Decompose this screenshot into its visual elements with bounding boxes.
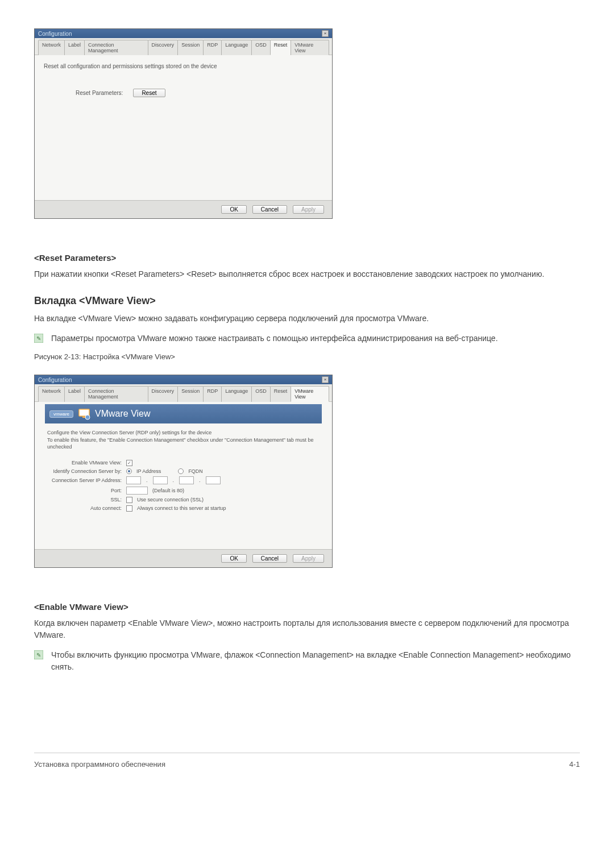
close-icon[interactable]: × <box>322 376 329 383</box>
svg-text:✎: ✎ <box>36 652 41 658</box>
tab-reset[interactable]: Reset <box>270 40 292 55</box>
tab-language[interactable]: Language <box>221 386 252 402</box>
checkbox-auto-connect[interactable] <box>126 505 132 512</box>
tab-session[interactable]: Session <box>177 40 204 55</box>
checkbox-enable-vmware-view[interactable]: ✓ <box>126 460 132 466</box>
tab-connection-management[interactable]: Connection Management <box>84 40 148 55</box>
apply-button[interactable]: Apply <box>293 554 324 563</box>
tab-vmware-view[interactable]: VMware View <box>291 386 329 402</box>
apply-button[interactable]: Apply <box>293 205 324 214</box>
ip-octet-4[interactable] <box>206 476 221 484</box>
window-title: Configuration <box>38 377 72 383</box>
para-reset-parameters: При нажатии кнопки <Reset Parameters> <R… <box>34 268 580 280</box>
auto-connect-text: Always connect to this server at startup <box>137 505 226 511</box>
reset-button[interactable]: Reset <box>133 89 165 97</box>
button-bar: OK Cancel Apply <box>35 200 332 218</box>
label-port: Port: <box>44 488 126 493</box>
label-ssl: SSL: <box>44 497 126 502</box>
config-window-reset: Configuration × Network Label Connection… <box>34 28 333 219</box>
tab-connection-management[interactable]: Connection Management <box>84 386 148 402</box>
ip-octet-1[interactable] <box>126 476 141 484</box>
checkbox-ssl[interactable] <box>126 497 132 503</box>
svg-text:✎: ✎ <box>36 335 41 342</box>
ip-octet-2[interactable] <box>153 476 168 484</box>
note-text-2: Чтобы включить функцию просмотра VMware,… <box>51 649 580 673</box>
label-enable-vmware-view: Enable VMware View: <box>44 460 126 466</box>
vmware-badge: vmware <box>49 410 73 418</box>
ok-button[interactable]: OK <box>221 554 246 563</box>
titlebar: Configuration × <box>35 29 332 38</box>
tab-network[interactable]: Network <box>38 386 65 402</box>
label-auto-connect: Auto connect: <box>44 505 126 511</box>
tab-label[interactable]: Label <box>64 40 85 55</box>
vmware-desc-2: To enable this feature, the "Enable Conn… <box>44 437 323 451</box>
note-block-1: ✎ Параметры просмотра VMware можно также… <box>34 333 580 344</box>
tabs-row: Network Label Connection Management Disc… <box>35 384 332 402</box>
cancel-button[interactable]: Cancel <box>252 205 287 214</box>
monitor-icon <box>78 408 90 420</box>
para-enable-vmware-view: Когда включен параметр <Enable VMware Vi… <box>34 617 580 641</box>
label-identify-server: Identify Connection Server by: <box>44 468 126 474</box>
info-icon: ✎ <box>34 334 43 343</box>
tab-vmware-view[interactable]: VMware View <box>291 40 329 55</box>
footer-right: 4-1 <box>569 760 580 769</box>
radio-fqdn-label: FQDN <box>188 468 203 474</box>
heading-enable-vmware-view: <Enable VMware View> <box>34 602 580 612</box>
tab-discovery[interactable]: Discovery <box>148 386 179 402</box>
button-bar: OK Cancel Apply <box>35 549 332 567</box>
tab-rdp[interactable]: RDP <box>203 40 222 55</box>
para-vmware-intro: На вкладке <VMware View> можно задавать … <box>34 313 580 325</box>
radio-ip-address-label: IP Address <box>136 468 161 474</box>
tabs-row: Network Label Connection Management Disc… <box>35 38 332 55</box>
cancel-button[interactable]: Cancel <box>252 554 287 563</box>
ssl-text: Use secure connection (SSL) <box>137 497 204 502</box>
label-server-ip: Connection Server IP Address: <box>44 477 126 483</box>
svg-point-4 <box>85 415 90 420</box>
tab-discovery[interactable]: Discovery <box>148 40 179 55</box>
footer-left: Установка программного обеспечения <box>34 760 165 769</box>
reset-parameters-label: Reset Parameters: <box>76 90 123 96</box>
heading-reset-parameters: <Reset Parameters> <box>34 253 580 263</box>
tab-rdp[interactable]: RDP <box>203 386 222 402</box>
window-title: Configuration <box>38 31 72 37</box>
vmware-desc-1: Configure the View Connection Server (RD… <box>44 429 323 437</box>
tab-content-reset: Reset all configuration and permissions … <box>35 55 332 200</box>
tab-content-vmware: vmware VMware View Configure the View Co… <box>35 404 332 549</box>
close-icon[interactable]: × <box>322 30 329 37</box>
tab-osd[interactable]: OSD <box>251 386 271 402</box>
radio-ip-address[interactable] <box>126 468 132 474</box>
tab-label[interactable]: Label <box>64 386 85 402</box>
titlebar: Configuration × <box>35 375 332 384</box>
vmware-header-banner: vmware VMware View <box>45 404 322 423</box>
tab-language[interactable]: Language <box>221 40 252 55</box>
reset-description: Reset all configuration and permissions … <box>44 63 323 69</box>
vmware-form: Enable VMware View: ✓ Identify Connectio… <box>44 459 323 513</box>
info-icon: ✎ <box>34 650 43 659</box>
port-default-text: (Default is 80) <box>152 488 184 493</box>
tab-osd[interactable]: OSD <box>251 40 271 55</box>
ip-octet-3[interactable] <box>179 476 194 484</box>
vmware-header-title: VMware View <box>95 409 151 419</box>
tab-reset[interactable]: Reset <box>270 386 292 402</box>
radio-fqdn[interactable] <box>178 468 184 474</box>
tab-session[interactable]: Session <box>177 386 204 402</box>
tab-network[interactable]: Network <box>38 40 65 55</box>
page-footer: Установка программного обеспечения 4-1 <box>34 753 580 769</box>
config-window-vmware: Configuration × Network Label Connection… <box>34 375 333 568</box>
note-text-1: Параметры просмотра VMware можно также н… <box>51 333 580 344</box>
heading-vmware-view-tab: Вкладка <VMware View> <box>34 295 580 307</box>
port-input[interactable] <box>126 487 148 495</box>
ok-button[interactable]: OK <box>221 205 246 214</box>
reset-row: Reset Parameters: Reset <box>76 89 323 97</box>
figure-caption: Рисунок 2-13: Настройка <VMware View> <box>34 352 580 361</box>
note-block-2: ✎ Чтобы включить функцию просмотра VMwar… <box>34 649 580 673</box>
